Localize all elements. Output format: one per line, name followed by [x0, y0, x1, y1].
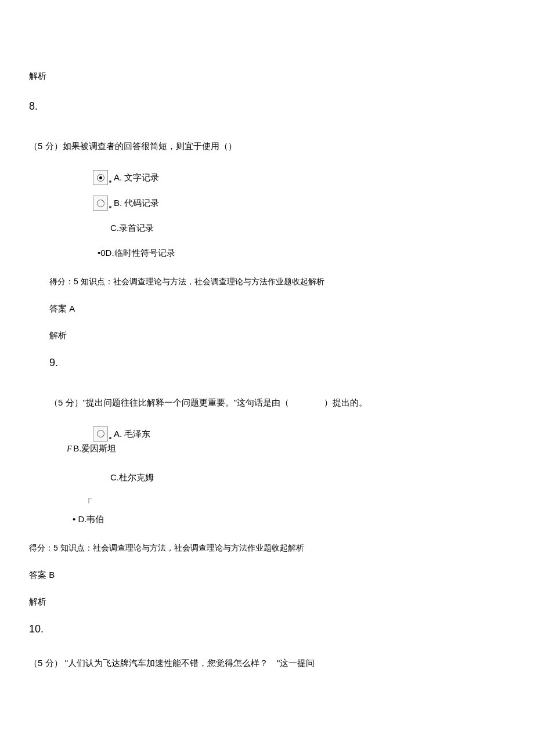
q9-option-c-label: C.杜尔克姆: [110, 472, 154, 482]
q9-prompt: （5 分）"提出问题往往比解释一个问题更重要。"这句话是由（ ）提出的。: [49, 396, 505, 408]
q8-option-a-row[interactable]: A. 文字记录: [93, 168, 505, 183]
radio-icon: [93, 170, 108, 185]
dot-icon: [109, 437, 111, 439]
q8-option-d-prefix: •0: [98, 248, 106, 258]
q8-option-a-label: A. 文字记录: [114, 171, 159, 183]
radio-icon: [93, 426, 108, 442]
q8-answer: 答案 A: [49, 302, 505, 314]
q8-explain: 解析: [49, 329, 505, 341]
q10-prompt: （5 分） "人们认为飞达牌汽车加速性能不错，您觉得怎么样？ "这一提问: [29, 657, 505, 669]
q8-option-d-row[interactable]: •0D.临时性符号记录: [98, 247, 505, 259]
q9-option-b-label: B.爱因斯坦: [73, 443, 116, 453]
q9-option-d-row[interactable]: 「 • D.韦伯: [29, 496, 505, 525]
q9-option-b-row[interactable]: FB.爱因斯坦: [67, 442, 505, 455]
q8-option-c-row[interactable]: C.录首记录: [110, 222, 505, 234]
q9-number: 9.: [49, 356, 505, 370]
q9-score: 得分：5 知识点：社会调查理论与方法，社会调查理论与方法作业题收起解析: [29, 542, 505, 554]
q8-prompt: （5 分）如果被调查者的回答很简短，则宜于使用（）: [29, 140, 505, 152]
q8-option-b-label: B. 代码记录: [114, 197, 159, 209]
q9-answer: 答案 B: [29, 569, 505, 581]
q9-option-c-row[interactable]: C.杜尔克姆: [110, 471, 505, 483]
intro-explain: 解析: [29, 70, 505, 82]
q8-number: 8.: [29, 99, 505, 114]
q8-option-c-label: C.录首记录: [110, 223, 154, 233]
q9-option-b-prefix: F: [67, 444, 72, 453]
radio-icon: [93, 196, 108, 211]
q9-option-a-label: A. 毛泽东: [114, 428, 150, 440]
dot-icon: [109, 206, 111, 208]
q8-option-d-label: D.临时性符号记录: [106, 248, 175, 258]
q8-option-b-row[interactable]: B. 代码记录: [93, 194, 505, 209]
q9-option-d-prefix: 「: [82, 496, 505, 511]
q9-explain: 解析: [29, 595, 505, 607]
q8-score: 得分：5 知识点：社会调查理论与方法，社会调查理论与方法作业题收起解析: [49, 276, 505, 288]
q9-option-d-bullet: •: [73, 514, 78, 524]
q9-option-d-label: D.韦伯: [78, 514, 104, 524]
q10-number: 10.: [29, 622, 505, 636]
dot-icon: [109, 180, 111, 183]
q9-option-a-row[interactable]: A. 毛泽东: [93, 425, 505, 440]
